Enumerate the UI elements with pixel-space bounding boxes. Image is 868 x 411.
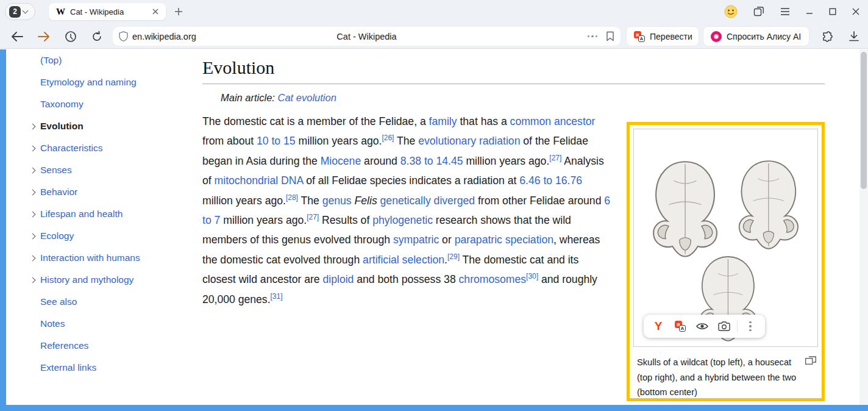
article-link[interactable]: 6.46 to 16.76 <box>519 174 582 187</box>
more-actions-icon[interactable] <box>588 35 598 38</box>
paragraph-text: or <box>439 234 454 246</box>
maximize-icon[interactable] <box>829 8 836 15</box>
chevron-right-icon[interactable] <box>24 234 40 238</box>
reference-link[interactable]: [29] <box>447 252 460 261</box>
chevron-right-icon[interactable] <box>24 146 40 151</box>
chevron-right-icon[interactable] <box>24 212 40 216</box>
sidebar-item-label: Senses <box>40 165 72 176</box>
sidebar-item-history-and-mythology[interactable]: History and mythology <box>24 269 195 291</box>
tab-title: Cat - Wikipedia <box>70 7 150 16</box>
sidebar-item-etymology-and-naming[interactable]: Etymology and naming <box>24 71 195 93</box>
page-scrollbar[interactable] <box>859 49 868 405</box>
address-bar[interactable]: en.wikipedia.org Cat - Wikipedia <box>113 27 621 46</box>
chevron-right-icon[interactable] <box>24 190 40 195</box>
article-link[interactable]: artificial selection <box>363 254 444 266</box>
skulls-image[interactable]: Y яA <box>633 129 818 347</box>
site-security-shield-icon[interactable] <box>119 31 128 41</box>
sidebar-item-taxonomy[interactable]: Taxonomy <box>24 93 195 115</box>
chevron-right-icon[interactable] <box>24 168 40 173</box>
tab-cat-wikipedia[interactable]: W Cat - Wikipedia <box>49 3 166 20</box>
skulls-illustration <box>634 129 817 346</box>
sidebar-item-evolution[interactable]: Evolution <box>24 115 195 137</box>
sidebar-item-lifespan-and-health[interactable]: Lifespan and health <box>24 203 195 225</box>
sidebar-item-interaction-with-humans[interactable]: Interaction with humans <box>24 247 195 269</box>
tab-panel-icon[interactable] <box>753 6 764 17</box>
reference-link[interactable]: [28] <box>286 193 298 202</box>
refresh-icon[interactable] <box>90 29 104 44</box>
close-window-icon[interactable] <box>852 8 859 15</box>
image-more-options-icon[interactable] <box>739 316 761 336</box>
back-button[interactable] <box>10 29 24 44</box>
minimize-icon[interactable] <box>806 8 813 15</box>
tab-bar: 2 W Cat - Wikipedia <box>0 0 868 23</box>
reference-link[interactable]: [27] <box>549 154 561 162</box>
sidebar-item-top[interactable]: (Top) <box>24 49 195 71</box>
paragraph-text: million years ago. <box>463 155 550 167</box>
article-link[interactable]: phylogenetic <box>372 214 433 226</box>
sidebar-item-see-also[interactable]: See also <box>24 291 195 313</box>
sidebar-item-ecology[interactable]: Ecology <box>24 225 195 247</box>
new-tab-button[interactable] <box>173 6 184 17</box>
profile-avatar[interactable] <box>724 5 738 18</box>
sidebar-item-characteristics[interactable]: Characteristics <box>24 137 195 159</box>
article-link[interactable]: parapatric speciation <box>455 234 553 246</box>
sidebar-item-external-links[interactable]: External links <box>24 357 195 379</box>
translate-button[interactable]: я A Перевести <box>627 27 699 46</box>
tab-close-icon[interactable] <box>150 6 161 17</box>
tab-group-counter[interactable]: 2 <box>5 3 35 20</box>
article-link[interactable]: family <box>429 115 457 127</box>
browser-window: 2 W Cat - Wikipedia <box>0 0 868 411</box>
article-link[interactable]: genus <box>322 195 352 207</box>
hatnote-link[interactable]: Cat evolution <box>278 92 336 103</box>
sidebar-item-label: Interaction with humans <box>40 252 140 263</box>
extensions-puzzle-icon[interactable] <box>820 29 834 44</box>
yandex-search-icon[interactable]: Y <box>647 316 669 336</box>
yandex-browser-logo-icon[interactable] <box>63 29 78 44</box>
menu-icon[interactable] <box>780 7 790 16</box>
article-link[interactable]: common ancestor <box>510 115 596 127</box>
sidebar-item-notes[interactable]: Notes <box>24 313 195 335</box>
article-link[interactable]: genetically diverged <box>380 195 475 207</box>
paragraph-text: from other Felidae around <box>475 195 604 207</box>
sidebar-item-behavior[interactable]: Behavior <box>24 181 195 203</box>
hatnote: Main article: Cat evolution <box>202 92 825 104</box>
visual-search-camera-icon[interactable] <box>713 316 735 336</box>
chevron-right-icon[interactable] <box>24 278 40 282</box>
downloads-icon[interactable] <box>847 29 861 44</box>
figure-caption-row: Skulls of a wildcat (top left), a housec… <box>630 351 822 405</box>
wikipedia-favicon: W <box>56 7 65 17</box>
article-link[interactable]: 10 to 15 <box>257 135 296 147</box>
paragraph-text: around <box>361 155 400 167</box>
article-link[interactable]: mitochondrial DNA <box>215 174 304 187</box>
sidebar-item-label: Characteristics <box>40 143 103 154</box>
article-link[interactable]: diploid <box>323 273 354 285</box>
paragraph-text: and both possess 38 <box>354 273 458 285</box>
reference-link[interactable]: [27] <box>307 213 319 221</box>
ask-alice-label: Спросить Алису AI <box>727 32 801 41</box>
image-translate-icon[interactable]: яA <box>669 316 691 336</box>
reference-link[interactable]: [26] <box>382 134 394 143</box>
ask-alice-button[interactable]: Спросить Алису AI <box>703 27 809 46</box>
chevron-right-icon[interactable] <box>24 124 40 129</box>
article-link[interactable]: sympatric <box>393 234 439 246</box>
article-link[interactable]: Miocene <box>321 155 361 167</box>
translate-button-label: Перевести <box>650 32 692 41</box>
window-accent-left <box>0 49 6 411</box>
article-link[interactable]: chromosomes <box>459 273 527 285</box>
paragraph-text: The <box>298 195 322 207</box>
bookmark-flag-icon[interactable] <box>606 31 614 41</box>
sidebar-item-label: Evolution <box>40 121 84 132</box>
chevron-right-icon[interactable] <box>24 256 40 260</box>
scrollbar-thumb[interactable] <box>861 52 867 189</box>
article-link[interactable]: evolutionary radiation <box>418 135 520 147</box>
reference-link[interactable]: [31] <box>271 292 283 301</box>
forward-button[interactable] <box>37 29 51 44</box>
view-image-eye-icon[interactable] <box>691 316 713 336</box>
reference-link[interactable]: [30] <box>526 272 538 281</box>
figure-caption: Skulls of a wildcat (top left), a housec… <box>637 355 803 400</box>
paragraph-text: from about <box>202 135 257 147</box>
sidebar-item-references[interactable]: References <box>24 335 195 357</box>
enlarge-icon[interactable] <box>805 356 816 365</box>
article-link[interactable]: 8.38 to 14.45 <box>400 155 463 167</box>
sidebar-item-senses[interactable]: Senses <box>24 159 195 181</box>
